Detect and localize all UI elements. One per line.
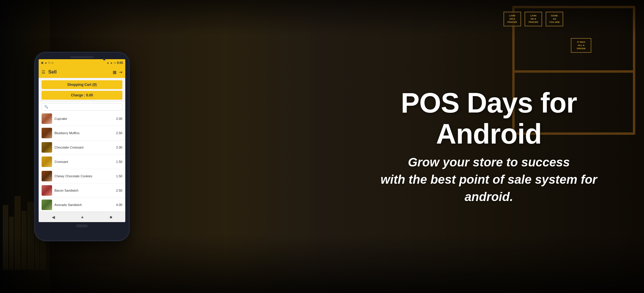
hero-subtitle-line1: Grow your store to success xyxy=(408,155,570,169)
product-name: Chocolate Croissant xyxy=(54,146,83,149)
product-price: 2.00 xyxy=(116,146,122,149)
signal-icon: ▲ xyxy=(107,61,109,64)
hero-subtitle: Grow your store to success with the best… xyxy=(357,154,621,205)
phone-bottom-area xyxy=(39,224,125,227)
battery-icon: ▭ xyxy=(51,61,54,64)
wall-sign-3: GONEASYOU ARE xyxy=(546,12,563,26)
product-name: Chewy Chocolate Cookies xyxy=(54,174,92,178)
list-item[interactable]: Bacon Sandwich2.50 xyxy=(39,183,125,198)
charge-button[interactable]: Charge : 0.00 xyxy=(42,91,122,100)
product-price: 1.50 xyxy=(116,160,122,163)
search-input[interactable]: 🔍 xyxy=(42,103,122,110)
wall-sign-2: LIVINON APRAYER xyxy=(525,12,542,26)
hero-subtitle-line2: with the best point of sale system for a… xyxy=(381,173,597,204)
product-info: Blueberry Muffins2.50 xyxy=(54,131,122,135)
product-info: Bacon Sandwich2.50 xyxy=(54,189,122,192)
toolbar-right-icons: ▦ ⇥ xyxy=(113,70,122,74)
status-time: 8:05 xyxy=(117,61,123,64)
status-left-icons: ▣ ▲ ⬡ ▭ xyxy=(41,61,54,64)
android-nav-bar: ◀ ● ■ xyxy=(39,212,125,222)
home-button-physical xyxy=(76,224,88,227)
barcode-icon[interactable]: ▦ xyxy=(113,70,117,74)
wall-sign-4: IT WASALL ADREAM xyxy=(571,38,591,53)
product-thumbnail xyxy=(42,156,52,167)
phone-camera xyxy=(103,58,105,60)
list-item[interactable]: Chocolate Croissant2.00 xyxy=(39,140,125,155)
product-thumbnail xyxy=(42,113,52,124)
cabinet-divider xyxy=(512,70,635,73)
product-price: 2.00 xyxy=(116,117,122,120)
list-item[interactable]: Blueberry Muffins2.50 xyxy=(39,126,125,140)
list-item[interactable]: Avocado Sandwich4.00 xyxy=(39,198,125,212)
app-title: Sell xyxy=(48,69,110,75)
cart-buttons-area: Shopping Cart (0) Charge : 0.00 xyxy=(39,78,125,102)
phone-screen: ▣ ▲ ⬡ ▭ ▲ ▲ ▭ 8:05 ☰ Sell ▦ ⇥ xyxy=(39,59,125,222)
product-list: Cupcake2.00Blueberry Muffins2.50Chocolat… xyxy=(39,112,125,212)
lock-icon: ⬡ xyxy=(48,61,50,64)
status-bar: ▣ ▲ ⬡ ▭ ▲ ▲ ▭ 8:05 xyxy=(39,59,125,66)
wall-sign-1: LIVINON APRAYER xyxy=(503,12,521,26)
list-item[interactable]: Chewy Chocolate Cookies1.50 xyxy=(39,169,125,183)
product-info: Chewy Chocolate Cookies1.50 xyxy=(54,174,122,178)
app-toolbar: ☰ Sell ▦ ⇥ xyxy=(39,66,125,78)
battery-bar-icon: ▭ xyxy=(114,61,116,64)
product-name: Croissant xyxy=(54,160,68,163)
product-thumbnail xyxy=(42,128,52,138)
back-nav-button[interactable]: ◀ xyxy=(52,215,55,219)
product-info: Croissant1.50 xyxy=(54,160,122,163)
menu-icon[interactable]: ☰ xyxy=(42,70,45,74)
product-thumbnail xyxy=(42,185,52,196)
product-info: Cupcake2.00 xyxy=(54,117,122,120)
product-name: Avocado Sandwich xyxy=(54,203,82,207)
product-name: Blueberry Muffins xyxy=(54,131,79,135)
product-thumbnail xyxy=(42,142,52,153)
product-info: Chocolate Croissant2.00 xyxy=(54,146,122,149)
phone-speaker xyxy=(70,56,94,58)
product-price: 2.50 xyxy=(116,189,122,192)
bottom-shadow xyxy=(0,234,644,293)
sim-icon: ▣ xyxy=(41,61,44,64)
exit-icon[interactable]: ⇥ xyxy=(119,70,122,74)
product-thumbnail xyxy=(42,171,52,181)
search-icon: 🔍 xyxy=(44,105,48,109)
hero-title: POS Days for Android xyxy=(357,87,621,149)
search-bar-container: 🔍 xyxy=(39,102,125,112)
status-right-icons: ▲ ▲ ▭ 8:05 xyxy=(107,61,123,64)
product-price: 2.50 xyxy=(116,131,122,135)
product-info: Avocado Sandwich4.00 xyxy=(54,203,122,207)
home-nav-button[interactable]: ● xyxy=(81,215,83,219)
wifi-signal-icon: ▲ xyxy=(110,61,113,64)
hero-section: POS Days for Android Grow your store to … xyxy=(357,87,621,206)
screen-body: Shopping Cart (0) Charge : 0.00 🔍 Cupcak… xyxy=(39,78,125,212)
list-item[interactable]: Cupcake2.00 xyxy=(39,112,125,126)
product-price: 1.50 xyxy=(116,174,122,178)
shopping-cart-button[interactable]: Shopping Cart (0) xyxy=(42,80,122,89)
recents-nav-button[interactable]: ■ xyxy=(110,215,112,219)
product-name: Bacon Sandwich xyxy=(54,189,78,192)
list-item[interactable]: Croissant1.50 xyxy=(39,155,125,169)
phone-body: ▣ ▲ ⬡ ▭ ▲ ▲ ▭ 8:05 ☰ Sell ▦ ⇥ xyxy=(35,53,129,240)
product-thumbnail xyxy=(42,200,52,210)
phone-mockup: ▣ ▲ ⬡ ▭ ▲ ▲ ▭ 8:05 ☰ Sell ▦ ⇥ xyxy=(35,53,129,240)
wifi-icon: ▲ xyxy=(44,61,47,64)
product-price: 4.00 xyxy=(116,203,122,207)
product-name: Cupcake xyxy=(54,117,67,120)
